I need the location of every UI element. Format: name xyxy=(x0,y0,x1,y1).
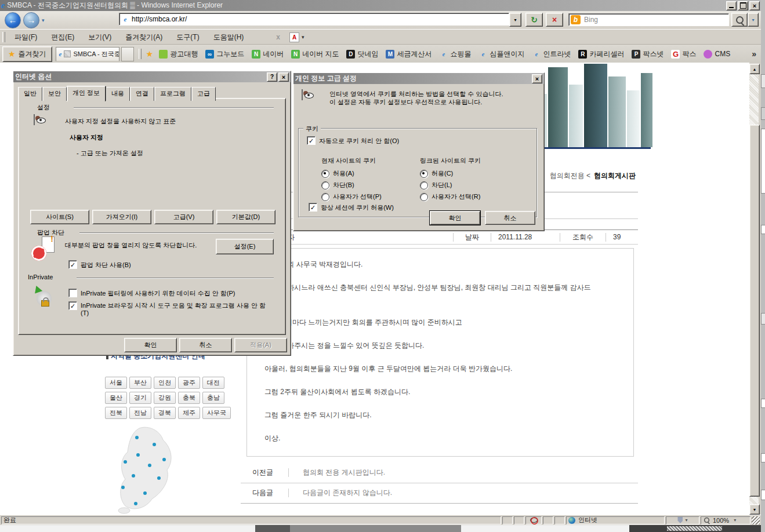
checkbox[interactable]: ✓ xyxy=(68,260,77,269)
cancel-button[interactable]: 취소 xyxy=(179,338,232,352)
tab-security[interactable]: 보안 xyxy=(42,87,67,101)
tab-general[interactable]: 일반 xyxy=(18,87,42,101)
region-button[interactable]: 경기 xyxy=(129,392,151,404)
next-post-row[interactable]: 다음글 다음글이 존재하지 않습니다. xyxy=(241,483,638,504)
favorite-link[interactable]: e인트라넷 xyxy=(532,49,571,59)
close-button[interactable]: × xyxy=(532,74,542,83)
search-options-dropdown[interactable]: ▾ xyxy=(748,13,759,27)
search-button[interactable] xyxy=(731,13,748,27)
advanced-button[interactable]: 고급(V) xyxy=(154,210,213,224)
new-tab-stub[interactable] xyxy=(121,47,134,61)
tab-smbca[interactable]: e SMBCA - 전국중소... xyxy=(56,47,119,61)
favorite-link[interactable]: 광고대행 xyxy=(159,49,198,59)
acrobat-icon[interactable]: A xyxy=(289,32,299,42)
prev-post-title[interactable]: 협의회 전용 게시판입니다. xyxy=(289,468,385,478)
add-to-favorites-bar-icon[interactable]: ★ xyxy=(146,49,154,59)
radio-selected[interactable] xyxy=(420,170,428,178)
scroll-down-button[interactable]: ▼ xyxy=(749,504,760,515)
window-titlebar[interactable]: e SMBCA - 전국중소기업지원센터협의회 ▒ - Windows Inte… xyxy=(0,0,761,11)
help-button[interactable]: ? xyxy=(267,72,277,82)
dialog-titlebar[interactable]: 인터넷 옵션 ? × xyxy=(13,71,291,82)
apply-button[interactable]: 적용(A) xyxy=(234,338,287,352)
prev-post-row[interactable]: 이전글 협의회 전용 게시판입니다. xyxy=(241,462,638,483)
tab-programs[interactable]: 프로그램 xyxy=(154,87,191,101)
checkbox[interactable]: ✓ xyxy=(309,203,317,212)
refresh-button[interactable]: ↻ xyxy=(525,13,543,27)
favorite-link[interactable]: N네이버 xyxy=(252,49,284,59)
menu-edit[interactable]: 편집(E) xyxy=(44,31,81,44)
resize-grip[interactable] xyxy=(752,516,760,524)
back-button[interactable]: ← xyxy=(5,12,21,28)
close-button[interactable]: × xyxy=(749,1,760,10)
menu-tools[interactable]: 도구(T) xyxy=(169,31,206,44)
search-box[interactable]: b Bing xyxy=(568,13,729,26)
address-url[interactable]: http://smbca.or.kr/ xyxy=(132,15,187,23)
acrobat-dropdown[interactable]: ▾ xyxy=(302,34,304,40)
menu-favorites[interactable]: 즐겨찾기(A) xyxy=(118,31,169,44)
radio[interactable] xyxy=(420,181,428,190)
ok-button[interactable]: 확인 xyxy=(430,211,480,225)
checkbox[interactable]: ✓ xyxy=(307,136,316,145)
menu-help[interactable]: 도움말(H) xyxy=(206,31,251,44)
region-button[interactable]: 경북 xyxy=(154,407,176,419)
popup-settings-button[interactable]: 설정(E) xyxy=(216,239,274,254)
privacy-status-pane[interactable] xyxy=(525,516,542,524)
favorite-link[interactable]: CMS xyxy=(704,50,730,59)
favorite-link[interactable]: N네이버 지도 xyxy=(291,49,339,59)
sites-button[interactable]: 사이트(S) xyxy=(30,210,89,224)
region-button[interactable]: 충북 xyxy=(178,392,200,404)
minimize-button[interactable] xyxy=(726,1,737,10)
favorite-link[interactable]: G팍스 xyxy=(671,49,696,59)
menu-file[interactable]: 파일(F) xyxy=(8,31,44,44)
favorite-link[interactable]: ∞그누보드 xyxy=(205,49,244,59)
stop-button[interactable]: × xyxy=(546,13,563,27)
tab-privacy[interactable]: 개인 정보 xyxy=(67,86,106,101)
close-button[interactable]: × xyxy=(278,72,289,82)
favorites-button[interactable]: ★ 즐겨찾기 xyxy=(2,46,52,62)
recent-pages-dropdown[interactable]: ▾ xyxy=(42,17,45,23)
region-button[interactable]: 충남 xyxy=(202,392,224,404)
region-button[interactable]: 부산 xyxy=(129,377,151,389)
scroll-up-button[interactable]: ▲ xyxy=(749,64,760,74)
region-button[interactable]: 제주 xyxy=(178,407,200,419)
favorites-overflow-chevron[interactable]: » xyxy=(752,49,756,59)
toolbar-close-icon[interactable]: x xyxy=(276,33,280,41)
search-placeholder[interactable]: Bing xyxy=(584,16,598,24)
zoom-pane[interactable]: 100%▾ xyxy=(701,516,751,524)
region-button[interactable]: 강원 xyxy=(154,392,176,404)
favorite-link[interactable]: R카페리셀러 xyxy=(578,49,624,59)
protected-mode-pane[interactable]: ▾ xyxy=(666,516,699,524)
favorite-link[interactable]: e심플앤이지 xyxy=(478,49,524,59)
radio[interactable] xyxy=(321,181,329,190)
forward-button[interactable]: → xyxy=(23,12,39,28)
address-dropdown-button[interactable]: ▾ xyxy=(509,13,521,27)
favorite-link[interactable]: D닷네임 xyxy=(346,49,378,59)
toolbar-grip[interactable] xyxy=(2,32,5,42)
breadcrumb-prefix[interactable]: 협의회전용 < xyxy=(550,172,590,180)
checkbox[interactable]: ✓ xyxy=(68,301,77,310)
region-button[interactable]: 인천 xyxy=(154,377,176,389)
radio[interactable] xyxy=(321,193,329,201)
cancel-button[interactable]: 취소 xyxy=(485,211,535,225)
vertical-scrollbar[interactable]: ▲ ▼ xyxy=(749,64,759,515)
favorite-link[interactable]: M세금계산서 xyxy=(386,49,432,59)
region-button[interactable]: 전남 xyxy=(129,407,151,419)
maximize-button[interactable] xyxy=(738,1,748,10)
menu-view[interactable]: 보기(V) xyxy=(81,31,118,44)
checkbox[interactable] xyxy=(68,289,77,297)
dialog-titlebar[interactable]: 개인 정보 고급 설정 × xyxy=(293,73,544,84)
region-button[interactable]: 전북 xyxy=(105,407,127,419)
scrollbar-thumb[interactable] xyxy=(749,125,760,497)
tab-content[interactable]: 내용 xyxy=(106,87,130,101)
radio[interactable] xyxy=(420,193,428,201)
region-button[interactable]: 사무국 xyxy=(202,407,231,419)
region-button[interactable]: 서울 xyxy=(105,377,127,389)
tab-advanced[interactable]: 고급 xyxy=(191,87,216,101)
default-button[interactable]: 기본값(D) xyxy=(216,210,275,224)
region-button[interactable]: 대전 xyxy=(202,377,224,389)
import-button[interactable]: 가져오기(I) xyxy=(92,210,151,224)
region-button[interactable]: 울산 xyxy=(105,392,127,404)
radio-selected[interactable] xyxy=(321,170,329,178)
security-zone-pane[interactable]: 인터넷 xyxy=(566,516,665,524)
favorite-link[interactable]: e쇼핑몰 xyxy=(439,49,471,59)
